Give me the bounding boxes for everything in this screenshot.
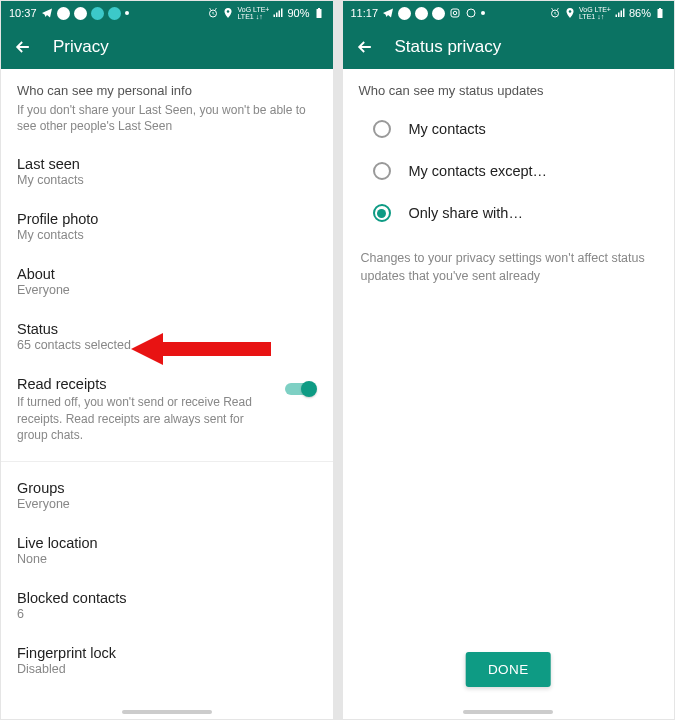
helper-text: Changes to your privacy settings won't a…: [343, 240, 675, 295]
content: Who can see my status updates My contact…: [343, 69, 675, 719]
setting-title: Status: [17, 321, 317, 337]
setting-value: Everyone: [17, 497, 317, 511]
page-title: Privacy: [53, 37, 109, 57]
setting-title: Fingerprint lock: [17, 645, 317, 661]
setting-title: Read receipts: [17, 376, 275, 392]
app-icon: [91, 7, 104, 20]
setting-value: Everyone: [17, 283, 317, 297]
svg-point-9: [569, 10, 572, 13]
svg-point-1: [227, 10, 230, 13]
signal-icon: [272, 7, 284, 19]
battery-icon: [654, 7, 666, 19]
back-icon[interactable]: [355, 37, 375, 57]
setting-blocked-contacts[interactable]: Blocked contacts 6: [1, 578, 333, 633]
radio-label: Only share with…: [409, 205, 523, 221]
done-button[interactable]: DONE: [466, 652, 551, 687]
status-time: 10:37: [9, 7, 37, 19]
setting-title: Live location: [17, 535, 317, 551]
setting-about[interactable]: About Everyone: [1, 254, 333, 309]
svg-point-7: [467, 9, 475, 17]
setting-value: My contacts: [17, 173, 317, 187]
status-bar: 10:37 VoG LTE+LTE1 ↓↑ 90%: [1, 1, 333, 25]
app-icon: [57, 7, 70, 20]
section-desc: If you don't share your Last Seen, you w…: [1, 102, 333, 144]
section-header: Who can see my personal info: [1, 69, 333, 102]
setting-value: 65 contacts selected: [17, 338, 317, 352]
overflow-dot: [481, 11, 485, 15]
battery-icon: [313, 7, 325, 19]
battery-level: 86%: [629, 7, 651, 19]
app-icon: [108, 7, 121, 20]
svg-rect-10: [658, 9, 663, 18]
app-icon: [415, 7, 428, 20]
radio-label: My contacts: [409, 121, 486, 137]
setting-title: Groups: [17, 480, 317, 496]
setting-value: 6: [17, 607, 317, 621]
setting-last-seen[interactable]: Last seen My contacts: [1, 144, 333, 199]
setting-status[interactable]: Status 65 contacts selected: [1, 309, 333, 364]
app-icon: [74, 7, 87, 20]
svg-rect-3: [318, 8, 320, 9]
battery-level: 90%: [287, 7, 309, 19]
home-indicator: [463, 710, 553, 714]
network-type: VoG LTE+LTE1 ↓↑: [579, 6, 611, 20]
setting-value: Disabled: [17, 662, 317, 676]
setting-title: Last seen: [17, 156, 317, 172]
setting-title: About: [17, 266, 317, 282]
page-title: Status privacy: [395, 37, 502, 57]
setting-live-location[interactable]: Live location None: [1, 523, 333, 578]
telegram-icon: [382, 7, 394, 19]
setting-value: None: [17, 552, 317, 566]
app-bar: Status privacy: [343, 25, 675, 69]
location-icon: [222, 7, 234, 19]
radio-label: My contacts except…: [409, 163, 548, 179]
setting-desc: If turned off, you won't send or receive…: [17, 394, 275, 443]
section-header: Who can see my status updates: [343, 69, 675, 102]
svg-rect-2: [316, 9, 321, 18]
app-bar: Privacy: [1, 25, 333, 69]
svg-point-6: [453, 11, 457, 15]
read-receipts-toggle[interactable]: [285, 380, 317, 398]
status-privacy-screen: 11:17 VoG LTE+LTE1 ↓↑ 86% Status privacy…: [343, 1, 675, 719]
signal-icon: [614, 7, 626, 19]
back-icon[interactable]: [13, 37, 33, 57]
setting-read-receipts[interactable]: Read receipts If turned off, you won't s…: [1, 364, 333, 455]
svg-rect-11: [659, 8, 661, 9]
circle-icon: [465, 7, 477, 19]
radio-option-only-share-with[interactable]: Only share with…: [343, 192, 675, 234]
location-icon: [564, 7, 576, 19]
radio-list: My contacts My contacts except… Only sha…: [343, 102, 675, 240]
divider: [1, 461, 333, 462]
setting-groups[interactable]: Groups Everyone: [1, 468, 333, 523]
status-time: 11:17: [351, 7, 379, 19]
radio-icon: [373, 162, 391, 180]
status-bar: 11:17 VoG LTE+LTE1 ↓↑ 86%: [343, 1, 675, 25]
setting-title: Blocked contacts: [17, 590, 317, 606]
alarm-icon: [207, 7, 219, 19]
privacy-screen: 10:37 VoG LTE+LTE1 ↓↑ 90% Privacy Who ca…: [1, 1, 333, 719]
radio-option-my-contacts-except[interactable]: My contacts except…: [343, 150, 675, 192]
svg-rect-5: [451, 9, 459, 17]
setting-fingerprint-lock[interactable]: Fingerprint lock Disabled: [1, 633, 333, 688]
content: Who can see my personal info If you don'…: [1, 69, 333, 719]
telegram-icon: [41, 7, 53, 19]
app-icon: [398, 7, 411, 20]
overflow-dot: [125, 11, 129, 15]
setting-profile-photo[interactable]: Profile photo My contacts: [1, 199, 333, 254]
setting-title: Profile photo: [17, 211, 317, 227]
setting-value: My contacts: [17, 228, 317, 242]
home-indicator: [122, 710, 212, 714]
radio-option-my-contacts[interactable]: My contacts: [343, 108, 675, 150]
instagram-icon: [449, 7, 461, 19]
alarm-icon: [549, 7, 561, 19]
radio-icon: [373, 120, 391, 138]
radio-icon: [373, 204, 391, 222]
app-icon: [432, 7, 445, 20]
network-type: VoG LTE+LTE1 ↓↑: [237, 6, 269, 20]
